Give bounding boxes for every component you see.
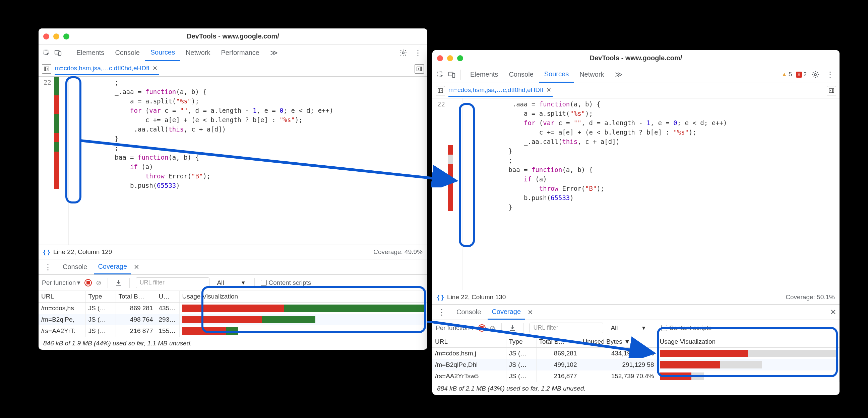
clear-icon[interactable]: ⊘ [96,279,101,287]
divider [67,48,67,58]
window-maximize-button[interactable] [457,55,463,61]
type-filter-dropdown[interactable]: All ▾ [214,279,248,286]
col-total[interactable]: Total B… [116,291,156,303]
file-tab-close-icon[interactable]: ✕ [151,65,159,72]
chevron-down-icon: ▾ [642,324,646,332]
tab-elements[interactable]: Elements [465,66,503,83]
checkbox-icon [661,325,667,331]
col-total[interactable]: Total B… [536,336,580,348]
code-editor[interactable]: 22 _.aaa = function(a, b) { a = a.split(… [432,98,839,290]
record-button[interactable] [478,324,486,332]
content-scripts-checkbox[interactable]: Content scripts [661,324,712,332]
table-row[interactable]: /rs=AA2YrT: JS (… 216 877 155 … [38,325,427,337]
cell-viz [657,371,839,382]
cell-viz [657,348,839,359]
code-editor[interactable]: 22 ; _.aaa = function(a, b) { a = a.spli… [38,77,427,245]
col-url[interactable]: URL [432,336,506,348]
type-filter-dropdown[interactable]: All ▾ [607,324,649,332]
fold-gutter [61,77,69,245]
coverage-mode-dropdown[interactable]: Per function ▾ [42,279,81,286]
debugger-toggle-icon[interactable] [414,64,424,74]
tab-network[interactable]: Network [180,44,216,61]
kebab-menu-icon[interactable]: ⋮ [412,48,424,58]
warning-triangle-icon: ▲ [781,71,787,78]
warnings-badge[interactable]: ▲ 5 [781,71,792,78]
checkbox-icon [261,280,267,286]
export-icon[interactable] [114,278,123,287]
navigator-toggle-icon[interactable] [436,86,445,95]
window-title: DevTools - www.google.com/ [432,54,839,62]
clear-icon[interactable]: ⊘ [490,324,495,332]
url-filter-input[interactable]: URL filter [136,277,210,288]
window-minimize-button[interactable] [447,55,453,61]
pretty-print-icon[interactable]: { } [437,293,444,301]
kebab-menu-icon[interactable]: ⋮ [824,70,836,79]
cell-url: /m=cdos,hsm,j [432,348,506,359]
col-viz[interactable]: Usage Visualization [657,336,839,348]
drawer-menu-icon[interactable]: ⋮ [436,308,448,317]
col-type[interactable]: Type [506,336,536,348]
more-tabs-chevron-icon[interactable]: ≫ [612,70,626,79]
tab-network[interactable]: Network [574,66,609,83]
settings-gear-icon[interactable] [399,48,408,58]
drawer-tab-close-icon[interactable]: ✕ [134,263,140,271]
errors-badge[interactable]: ✕ 2 [796,71,807,78]
table-row[interactable]: /m=cdos,hsm,j JS (… 869,281 434,192 49.9… [432,348,839,359]
cell-url: /m=cdos,hs [38,303,86,314]
record-button[interactable] [85,279,92,286]
debugger-toggle-icon[interactable] [827,86,836,95]
more-tabs-chevron-icon[interactable]: ≫ [267,48,281,57]
coverage-gutter [54,77,59,245]
window-maximize-button[interactable] [63,33,69,39]
col-type[interactable]: Type [86,291,116,303]
drawer-menu-icon[interactable]: ⋮ [42,263,54,272]
col-url[interactable]: URL [38,291,86,303]
table-row[interactable]: /m=B2qlPe, JS (… 498 764 293 … [38,314,427,325]
drawer-tab-console[interactable]: Console [59,259,91,274]
coverage-table[interactable]: URL Type Total B… Unused Bytes ▼ Usage V… [432,336,839,382]
cell-total: 216,877 [536,371,580,382]
drawer-panel: ⋮ Console Coverage ✕ ✕ Per function ▾ ⊘ … [432,304,839,395]
open-file-tab[interactable]: m=cdos,hsm,jsa,…c,dtI0hd,eHDfl ✕ [55,63,159,75]
url-filter-input[interactable]: URL filter [529,323,603,333]
tab-console[interactable]: Console [503,66,538,83]
table-row[interactable]: /rs=AA2YrTsw5 JS (… 216,877 152,739 70.4… [432,371,839,382]
content-scripts-checkbox[interactable]: Content scripts [261,279,311,286]
drawer-tab-console[interactable]: Console [453,305,485,320]
tab-console[interactable]: Console [110,44,145,61]
col-viz[interactable]: Usage Visualization [179,291,427,303]
window-close-button[interactable] [43,33,49,39]
open-file-tab[interactable]: m=cdos,hsm,jsa,…c,dtI0hd,eHDfl ✕ [448,84,553,97]
coverage-table[interactable]: URL Type Total B… U… Usage Visualization… [38,291,427,337]
file-tab-label: m=cdos,hsm,jsa,…c,dtI0hd,eHDfl [55,65,149,72]
window-close-button[interactable] [437,55,443,61]
navigator-toggle-icon[interactable] [42,64,51,74]
device-toolbar-icon[interactable] [447,70,457,79]
tab-sources[interactable]: Sources [145,44,180,61]
panel-tabs: Elements Console Sources Network Perform… [71,44,265,61]
file-tab-close-icon[interactable]: ✕ [545,86,553,94]
coverage-mode-dropdown[interactable]: Per function ▾ [436,324,474,332]
tab-sources[interactable]: Sources [539,66,574,83]
main-toolbar: Elements Console Sources Network Perform… [38,44,427,61]
device-toolbar-icon[interactable] [53,48,63,58]
export-icon[interactable] [508,323,517,333]
drawer-tab-coverage[interactable]: Coverage [488,305,525,320]
tab-elements[interactable]: Elements [71,44,110,61]
col-unused[interactable]: Unused Bytes ▼ [580,336,657,348]
table-row[interactable]: /m=cdos,hs JS (… 869 281 435 … [38,303,427,314]
window-minimize-button[interactable] [53,33,59,39]
inspect-icon[interactable] [42,48,51,58]
drawer-tab-coverage[interactable]: Coverage [94,259,131,274]
col-unused[interactable]: U… [156,291,179,303]
code-content[interactable]: ; _.aaa = function(a, b) { a = a.split("… [69,77,427,245]
drawer-tab-close-icon[interactable]: ✕ [527,308,533,316]
code-content[interactable]: _.aaa = function(a, b) { a = a.split("%s… [463,98,839,290]
table-row[interactable]: /m=B2qlPe,Dhl JS (… 499,102 291,129 58 [432,359,839,371]
drawer-close-icon[interactable]: ✕ [830,308,836,317]
tab-performance[interactable]: Performance [216,44,265,61]
pretty-print-icon[interactable]: { } [43,248,50,256]
inspect-icon[interactable] [436,70,445,79]
settings-gear-icon[interactable] [811,70,820,79]
line-number-gutter: 22 [432,98,448,290]
